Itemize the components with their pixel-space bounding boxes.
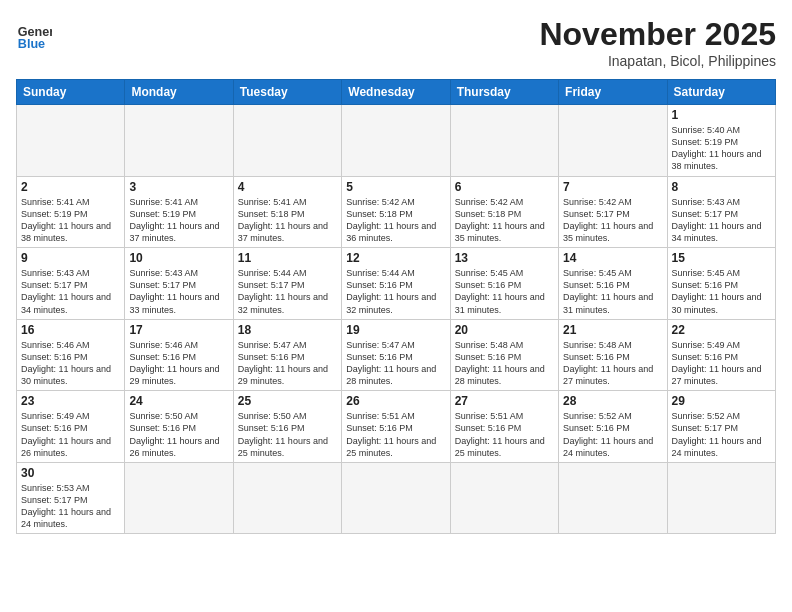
day-number: 22	[672, 323, 771, 337]
day-info: Sunrise: 5:51 AM Sunset: 5:16 PM Dayligh…	[346, 410, 445, 459]
calendar-cell: 24Sunrise: 5:50 AM Sunset: 5:16 PM Dayli…	[125, 391, 233, 463]
day-number: 20	[455, 323, 554, 337]
day-info: Sunrise: 5:48 AM Sunset: 5:16 PM Dayligh…	[455, 339, 554, 388]
calendar-cell: 4Sunrise: 5:41 AM Sunset: 5:18 PM Daylig…	[233, 176, 341, 248]
calendar-cell	[559, 462, 667, 534]
day-number: 1	[672, 108, 771, 122]
day-number: 27	[455, 394, 554, 408]
day-number: 11	[238, 251, 337, 265]
day-info: Sunrise: 5:45 AM Sunset: 5:16 PM Dayligh…	[563, 267, 662, 316]
calendar-cell	[342, 462, 450, 534]
day-info: Sunrise: 5:42 AM Sunset: 5:18 PM Dayligh…	[455, 196, 554, 245]
header-thursday: Thursday	[450, 80, 558, 105]
day-info: Sunrise: 5:41 AM Sunset: 5:19 PM Dayligh…	[129, 196, 228, 245]
calendar-cell	[450, 105, 558, 177]
calendar-cell	[17, 105, 125, 177]
calendar-row: 2Sunrise: 5:41 AM Sunset: 5:19 PM Daylig…	[17, 176, 776, 248]
day-number: 30	[21, 466, 120, 480]
day-number: 9	[21, 251, 120, 265]
day-info: Sunrise: 5:43 AM Sunset: 5:17 PM Dayligh…	[672, 196, 771, 245]
calendar-row: 9Sunrise: 5:43 AM Sunset: 5:17 PM Daylig…	[17, 248, 776, 320]
calendar-cell	[233, 105, 341, 177]
day-number: 10	[129, 251, 228, 265]
calendar-cell: 18Sunrise: 5:47 AM Sunset: 5:16 PM Dayli…	[233, 319, 341, 391]
calendar-cell: 26Sunrise: 5:51 AM Sunset: 5:16 PM Dayli…	[342, 391, 450, 463]
day-number: 8	[672, 180, 771, 194]
calendar-row: 23Sunrise: 5:49 AM Sunset: 5:16 PM Dayli…	[17, 391, 776, 463]
calendar-cell	[559, 105, 667, 177]
day-info: Sunrise: 5:41 AM Sunset: 5:18 PM Dayligh…	[238, 196, 337, 245]
calendar-row: 16Sunrise: 5:46 AM Sunset: 5:16 PM Dayli…	[17, 319, 776, 391]
calendar-cell: 9Sunrise: 5:43 AM Sunset: 5:17 PM Daylig…	[17, 248, 125, 320]
calendar-cell: 10Sunrise: 5:43 AM Sunset: 5:17 PM Dayli…	[125, 248, 233, 320]
day-number: 26	[346, 394, 445, 408]
day-info: Sunrise: 5:43 AM Sunset: 5:17 PM Dayligh…	[129, 267, 228, 316]
day-number: 25	[238, 394, 337, 408]
day-info: Sunrise: 5:48 AM Sunset: 5:16 PM Dayligh…	[563, 339, 662, 388]
page-subtitle: Inapatan, Bicol, Philippines	[539, 53, 776, 69]
day-info: Sunrise: 5:49 AM Sunset: 5:16 PM Dayligh…	[21, 410, 120, 459]
logo-icon: General Blue	[16, 16, 52, 52]
calendar-cell	[667, 462, 775, 534]
logo: General Blue	[16, 16, 52, 52]
calendar-row: 30Sunrise: 5:53 AM Sunset: 5:17 PM Dayli…	[17, 462, 776, 534]
day-number: 2	[21, 180, 120, 194]
header-friday: Friday	[559, 80, 667, 105]
calendar-cell: 25Sunrise: 5:50 AM Sunset: 5:16 PM Dayli…	[233, 391, 341, 463]
title-block: November 2025 Inapatan, Bicol, Philippin…	[539, 16, 776, 69]
day-info: Sunrise: 5:47 AM Sunset: 5:16 PM Dayligh…	[238, 339, 337, 388]
calendar-cell: 17Sunrise: 5:46 AM Sunset: 5:16 PM Dayli…	[125, 319, 233, 391]
header-monday: Monday	[125, 80, 233, 105]
day-number: 21	[563, 323, 662, 337]
day-info: Sunrise: 5:42 AM Sunset: 5:18 PM Dayligh…	[346, 196, 445, 245]
svg-text:Blue: Blue	[18, 37, 45, 51]
day-info: Sunrise: 5:50 AM Sunset: 5:16 PM Dayligh…	[129, 410, 228, 459]
calendar-cell: 22Sunrise: 5:49 AM Sunset: 5:16 PM Dayli…	[667, 319, 775, 391]
day-number: 18	[238, 323, 337, 337]
day-info: Sunrise: 5:45 AM Sunset: 5:16 PM Dayligh…	[672, 267, 771, 316]
header-saturday: Saturday	[667, 80, 775, 105]
day-info: Sunrise: 5:42 AM Sunset: 5:17 PM Dayligh…	[563, 196, 662, 245]
calendar-cell: 2Sunrise: 5:41 AM Sunset: 5:19 PM Daylig…	[17, 176, 125, 248]
day-number: 23	[21, 394, 120, 408]
calendar-cell: 3Sunrise: 5:41 AM Sunset: 5:19 PM Daylig…	[125, 176, 233, 248]
calendar-cell: 7Sunrise: 5:42 AM Sunset: 5:17 PM Daylig…	[559, 176, 667, 248]
day-number: 13	[455, 251, 554, 265]
calendar-cell	[125, 105, 233, 177]
day-number: 17	[129, 323, 228, 337]
calendar-cell: 14Sunrise: 5:45 AM Sunset: 5:16 PM Dayli…	[559, 248, 667, 320]
day-number: 7	[563, 180, 662, 194]
day-info: Sunrise: 5:41 AM Sunset: 5:19 PM Dayligh…	[21, 196, 120, 245]
calendar-cell: 23Sunrise: 5:49 AM Sunset: 5:16 PM Dayli…	[17, 391, 125, 463]
day-number: 29	[672, 394, 771, 408]
day-number: 28	[563, 394, 662, 408]
header-wednesday: Wednesday	[342, 80, 450, 105]
day-info: Sunrise: 5:46 AM Sunset: 5:16 PM Dayligh…	[21, 339, 120, 388]
header-tuesday: Tuesday	[233, 80, 341, 105]
day-number: 12	[346, 251, 445, 265]
day-info: Sunrise: 5:45 AM Sunset: 5:16 PM Dayligh…	[455, 267, 554, 316]
day-number: 14	[563, 251, 662, 265]
day-info: Sunrise: 5:47 AM Sunset: 5:16 PM Dayligh…	[346, 339, 445, 388]
calendar-cell: 12Sunrise: 5:44 AM Sunset: 5:16 PM Dayli…	[342, 248, 450, 320]
calendar-cell: 6Sunrise: 5:42 AM Sunset: 5:18 PM Daylig…	[450, 176, 558, 248]
page-header: General Blue November 2025 Inapatan, Bic…	[16, 16, 776, 69]
calendar-cell: 19Sunrise: 5:47 AM Sunset: 5:16 PM Dayli…	[342, 319, 450, 391]
day-info: Sunrise: 5:50 AM Sunset: 5:16 PM Dayligh…	[238, 410, 337, 459]
calendar-cell: 11Sunrise: 5:44 AM Sunset: 5:17 PM Dayli…	[233, 248, 341, 320]
day-info: Sunrise: 5:44 AM Sunset: 5:17 PM Dayligh…	[238, 267, 337, 316]
calendar-row: 1Sunrise: 5:40 AM Sunset: 5:19 PM Daylig…	[17, 105, 776, 177]
calendar-cell: 1Sunrise: 5:40 AM Sunset: 5:19 PM Daylig…	[667, 105, 775, 177]
day-number: 19	[346, 323, 445, 337]
day-info: Sunrise: 5:53 AM Sunset: 5:17 PM Dayligh…	[21, 482, 120, 531]
day-number: 16	[21, 323, 120, 337]
day-info: Sunrise: 5:49 AM Sunset: 5:16 PM Dayligh…	[672, 339, 771, 388]
day-info: Sunrise: 5:46 AM Sunset: 5:16 PM Dayligh…	[129, 339, 228, 388]
calendar-cell: 27Sunrise: 5:51 AM Sunset: 5:16 PM Dayli…	[450, 391, 558, 463]
calendar-cell: 8Sunrise: 5:43 AM Sunset: 5:17 PM Daylig…	[667, 176, 775, 248]
calendar-cell: 29Sunrise: 5:52 AM Sunset: 5:17 PM Dayli…	[667, 391, 775, 463]
day-number: 4	[238, 180, 337, 194]
calendar-table: Sunday Monday Tuesday Wednesday Thursday…	[16, 79, 776, 534]
calendar-cell: 20Sunrise: 5:48 AM Sunset: 5:16 PM Dayli…	[450, 319, 558, 391]
calendar-cell	[233, 462, 341, 534]
